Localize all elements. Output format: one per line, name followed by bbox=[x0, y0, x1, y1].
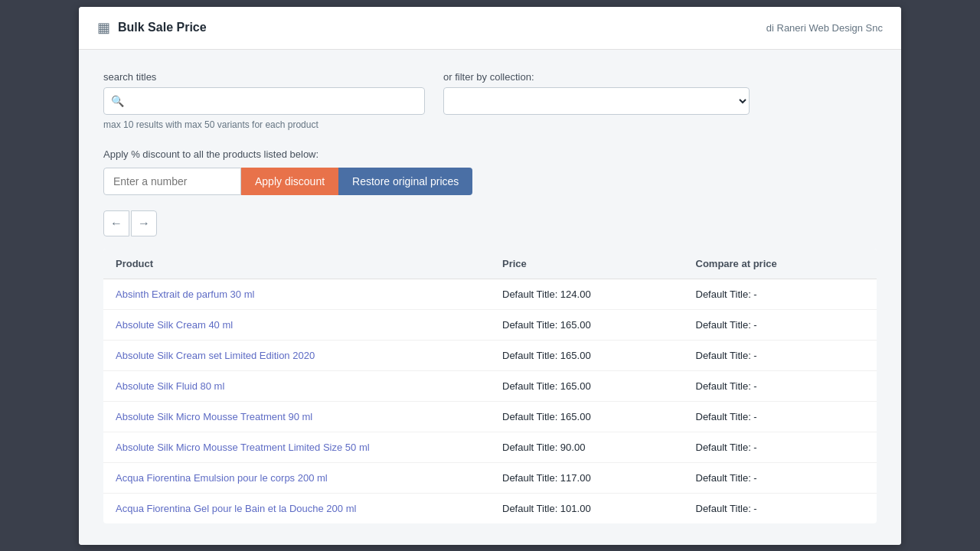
apply-discount-button[interactable]: Apply discount bbox=[241, 168, 338, 195]
search-group: search titles 🔍 max 10 results with max … bbox=[103, 71, 425, 130]
pagination-row: ← → bbox=[103, 210, 877, 236]
search-input-wrap: 🔍 bbox=[103, 87, 425, 115]
cell-price: Default Title: 101.00 bbox=[490, 493, 684, 523]
search-hint: max 10 results with max 50 variants for … bbox=[103, 119, 425, 130]
cell-price: Default Title: 165.00 bbox=[490, 340, 684, 370]
cell-price: Default Title: 117.00 bbox=[490, 462, 684, 493]
main-content: search titles 🔍 max 10 results with max … bbox=[79, 50, 901, 545]
page-title: Bulk Sale Price bbox=[118, 21, 207, 34]
header: ▦ Bulk Sale Price di Raneri Web Design S… bbox=[79, 7, 901, 50]
cell-product: Absolute Silk Cream 40 ml bbox=[103, 309, 490, 340]
filter-label: or filter by collection: bbox=[443, 71, 750, 83]
table-row: Absolute Silk Micro Mousse Treatment 90 … bbox=[103, 401, 877, 432]
discount-section: Apply % discount to all the products lis… bbox=[103, 148, 877, 195]
app-container: ▦ Bulk Sale Price di Raneri Web Design S… bbox=[79, 7, 901, 545]
restore-prices-button[interactable]: Restore original prices bbox=[338, 168, 472, 195]
cell-price: Default Title: 165.00 bbox=[490, 401, 684, 432]
discount-controls: Apply discount Restore original prices bbox=[103, 168, 877, 195]
search-filter-row: search titles 🔍 max 10 results with max … bbox=[103, 71, 877, 130]
cell-product: Acqua Fiorentina Gel pour le Bain et la … bbox=[103, 493, 490, 523]
col-header-product: Product bbox=[103, 249, 490, 279]
product-link[interactable]: Acqua Fiorentina Emulsion pour le corps … bbox=[116, 472, 328, 484]
product-link[interactable]: Absolute Silk Micro Mousse Treatment 90 … bbox=[116, 411, 312, 422]
search-label: search titles bbox=[103, 71, 425, 83]
search-icon: 🔍 bbox=[111, 95, 124, 107]
search-input[interactable] bbox=[103, 87, 425, 115]
discount-input[interactable] bbox=[103, 168, 241, 195]
cell-price: Default Title: 124.00 bbox=[490, 279, 684, 309]
cell-product: Absolute Silk Micro Mousse Treatment 90 … bbox=[103, 401, 490, 432]
cell-compare: Default Title: - bbox=[684, 309, 877, 340]
table-row: Acqua Fiorentina Emulsion pour le corps … bbox=[103, 462, 877, 493]
discount-label: Apply % discount to all the products lis… bbox=[103, 148, 877, 160]
filter-group: or filter by collection: bbox=[443, 71, 750, 115]
col-header-compare: Compare at price bbox=[684, 249, 877, 279]
product-link[interactable]: Absinth Extrait de parfum 30 ml bbox=[116, 289, 254, 300]
table-row: Absolute Silk Fluid 80 mlDefault Title: … bbox=[103, 370, 877, 401]
product-link[interactable]: Absolute Silk Cream set Limited Edition … bbox=[116, 350, 315, 361]
cell-price: Default Title: 165.00 bbox=[490, 370, 684, 401]
prev-page-button[interactable]: ← bbox=[103, 210, 129, 236]
cell-product: Acqua Fiorentina Emulsion pour le corps … bbox=[103, 462, 490, 493]
table-row: Absolute Silk Cream set Limited Edition … bbox=[103, 340, 877, 370]
cell-compare: Default Title: - bbox=[684, 370, 877, 401]
cell-product: Absolute Silk Fluid 80 ml bbox=[103, 370, 490, 401]
next-page-button[interactable]: → bbox=[131, 210, 157, 236]
table-header-row: Product Price Compare at price bbox=[103, 249, 877, 279]
cell-compare: Default Title: - bbox=[684, 401, 877, 432]
cell-compare: Default Title: - bbox=[684, 279, 877, 309]
cell-compare: Default Title: - bbox=[684, 432, 877, 462]
table-row: Absinth Extrait de parfum 30 mlDefault T… bbox=[103, 279, 877, 309]
products-table: Product Price Compare at price Absinth E… bbox=[103, 249, 877, 523]
table-row: Absolute Silk Micro Mousse Treatment Lim… bbox=[103, 432, 877, 462]
cell-compare: Default Title: - bbox=[684, 462, 877, 493]
product-link[interactable]: Absolute Silk Micro Mousse Treatment Lim… bbox=[116, 442, 370, 453]
product-link[interactable]: Absolute Silk Fluid 80 ml bbox=[116, 380, 224, 392]
product-link[interactable]: Acqua Fiorentina Gel pour le Bain et la … bbox=[116, 503, 356, 514]
col-header-price: Price bbox=[490, 249, 684, 279]
cell-compare: Default Title: - bbox=[684, 340, 877, 370]
cell-product: Absinth Extrait de parfum 30 ml bbox=[103, 279, 490, 309]
table-row: Absolute Silk Cream 40 mlDefault Title: … bbox=[103, 309, 877, 340]
cell-product: Absolute Silk Cream set Limited Edition … bbox=[103, 340, 490, 370]
cell-product: Absolute Silk Micro Mousse Treatment Lim… bbox=[103, 432, 490, 462]
cell-price: Default Title: 165.00 bbox=[490, 309, 684, 340]
product-link[interactable]: Absolute Silk Cream 40 ml bbox=[116, 319, 233, 331]
app-icon: ▦ bbox=[97, 19, 110, 36]
collection-select[interactable] bbox=[443, 87, 750, 115]
brand-label: di Raneri Web Design Snc bbox=[766, 22, 883, 34]
cell-price: Default Title: 90.00 bbox=[490, 432, 684, 462]
table-row: Acqua Fiorentina Gel pour le Bain et la … bbox=[103, 493, 877, 523]
header-left: ▦ Bulk Sale Price bbox=[97, 19, 207, 36]
cell-compare: Default Title: - bbox=[684, 493, 877, 523]
